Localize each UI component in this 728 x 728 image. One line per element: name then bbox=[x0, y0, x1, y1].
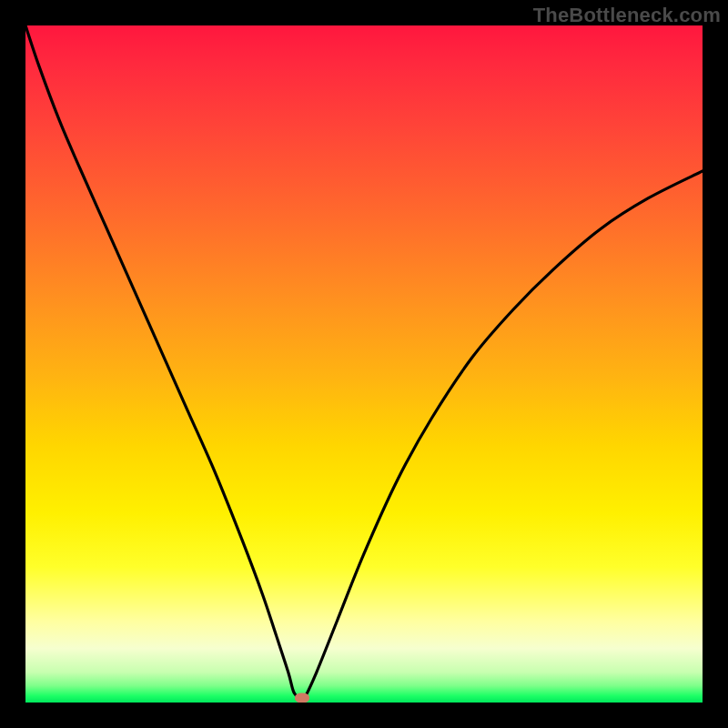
watermark-text: TheBottleneck.com bbox=[533, 4, 721, 27]
plot-area bbox=[25, 25, 703, 703]
curve-svg bbox=[25, 25, 703, 703]
optimal-marker bbox=[295, 693, 309, 703]
bottleneck-curve bbox=[25, 25, 703, 700]
chart-frame: TheBottleneck.com bbox=[0, 0, 728, 728]
